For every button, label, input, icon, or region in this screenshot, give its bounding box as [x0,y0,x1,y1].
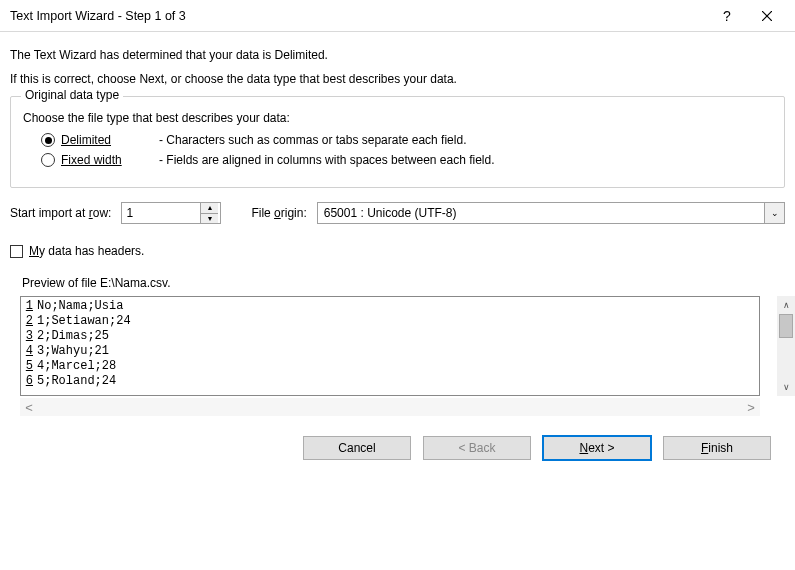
start-row-input[interactable] [122,203,200,223]
scroll-right-arrow[interactable]: > [742,400,760,415]
preview-horizontal-scrollbar[interactable]: < > [20,398,760,416]
preview-vertical-scrollbar[interactable]: ∧ ∨ [777,296,795,396]
intro-line-1: The Text Wizard has determined that your… [10,48,785,62]
preview-line-number: 6 [21,374,35,389]
preview-line: 43;Wahyu;21 [21,344,759,359]
group-legend: Original data type [21,88,123,102]
radio-fixed-width[interactable]: Fixed width - Fields are aligned in colu… [41,153,772,167]
preview-line: 1No;Nama;Usia [21,299,759,314]
headers-checkbox[interactable] [10,245,23,258]
window-title: Text Import Wizard - Step 1 of 3 [10,9,707,23]
import-options-row: Start import at row: ▲ ▼ File origin: 65… [10,202,785,224]
scroll-up-arrow[interactable]: ∧ [777,296,795,314]
preview-area: 1No;Nama;Usia21;Setiawan;2432;Dimas;2543… [20,296,775,396]
radio-fixed-width-label: Fixed width [61,153,141,167]
radio-delimited-label: Delimited [61,133,141,147]
file-origin-label: File origin: [251,206,306,220]
preview-label: Preview of file E:\Nama.csv. [22,276,785,290]
choose-file-type-label: Choose the file type that best describes… [23,111,772,125]
cancel-button[interactable]: Cancel [303,436,411,460]
headers-checkbox-row[interactable]: My data has headers. [10,244,785,258]
titlebar: Text Import Wizard - Step 1 of 3 ? [0,0,795,32]
preview-box: 1No;Nama;Usia21;Setiawan;2432;Dimas;2543… [20,296,760,396]
preview-line-text: 2;Dimas;25 [35,329,109,344]
preview-line-number: 3 [21,329,35,344]
intro-line-2: If this is correct, choose Next, or choo… [10,72,785,86]
preview-line-number: 2 [21,314,35,329]
chevron-down-icon[interactable]: ⌄ [764,203,784,223]
scroll-thumb[interactable] [779,314,793,338]
start-row-spinner[interactable]: ▲ ▼ [121,202,221,224]
preview-line: 54;Marcel;28 [21,359,759,374]
preview-line-number: 5 [21,359,35,374]
scroll-left-arrow[interactable]: < [20,400,38,415]
preview-line-number: 4 [21,344,35,359]
file-origin-select[interactable]: 65001 : Unicode (UTF-8) ⌄ [317,202,785,224]
original-data-type-group: Original data type Choose the file type … [10,96,785,188]
back-button[interactable]: < Back [423,436,531,460]
close-button[interactable] [747,0,787,32]
dialog-buttons: Cancel < Back Next > Finish [10,416,785,460]
radio-fixed-width-desc: - Fields are aligned in columns with spa… [159,153,495,167]
spinner-buttons: ▲ ▼ [200,203,218,223]
next-button[interactable]: Next > [543,436,651,460]
radio-delimited-indicator [41,133,55,147]
preview-line: 21;Setiawan;24 [21,314,759,329]
preview-line-text: No;Nama;Usia [35,299,123,314]
preview-line-text: 1;Setiawan;24 [35,314,131,329]
spinner-up[interactable]: ▲ [201,203,218,214]
preview-line-number: 1 [21,299,35,314]
radio-delimited[interactable]: Delimited - Characters such as commas or… [41,133,772,147]
spinner-down[interactable]: ▼ [201,214,218,224]
preview-line-text: 5;Roland;24 [35,374,116,389]
close-icon [762,11,772,21]
dialog-content: The Text Wizard has determined that your… [0,32,795,460]
radio-fixed-width-indicator [41,153,55,167]
preview-line-text: 4;Marcel;28 [35,359,116,374]
preview-line: 65;Roland;24 [21,374,759,389]
headers-label: My data has headers. [29,244,144,258]
file-origin-value: 65001 : Unicode (UTF-8) [318,203,764,223]
radio-delimited-desc: - Characters such as commas or tabs sepa… [159,133,466,147]
finish-button[interactable]: Finish [663,436,771,460]
preview-line-text: 3;Wahyu;21 [35,344,109,359]
help-button[interactable]: ? [707,0,747,32]
scroll-down-arrow[interactable]: ∨ [777,378,795,396]
preview-line: 32;Dimas;25 [21,329,759,344]
start-row-label: Start import at row: [10,206,111,220]
